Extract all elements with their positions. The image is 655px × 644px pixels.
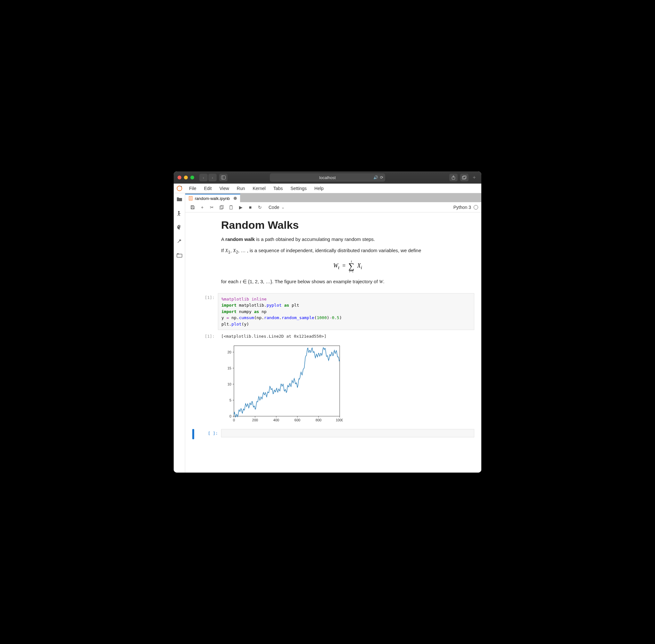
palette-icon[interactable] [176,223,183,231]
active-cell-indicator [192,429,194,439]
menu-file[interactable]: File [185,186,200,191]
svg-rect-13 [177,253,179,254]
add-cell-button[interactable]: + [198,204,206,211]
kernel-indicator[interactable]: Python 3 [453,205,478,210]
notebook-toolbar: + ✂ ▶ ■ ↻ Code Python 3 [185,202,481,212]
svg-text:800: 800 [316,418,321,422]
cut-button[interactable]: ✂ [208,204,216,211]
md-paragraph-1: A random walk is a path obtained by accu… [221,236,474,243]
jupyter-menubar: FileEditViewRunKernelTabsSettingsHelp [174,184,481,193]
svg-text:200: 200 [252,418,258,422]
audio-icon[interactable]: 🔊 [373,175,378,180]
output-cell-1-plot: 0200400600800100005101520 [192,343,474,427]
new-tab-button[interactable]: + [471,174,477,181]
svg-point-8 [178,211,179,213]
svg-text:0: 0 [229,414,231,418]
plot-output: 0200400600800100005101520 [218,343,474,427]
folder-icon[interactable] [176,195,183,203]
copy-button[interactable] [217,204,226,211]
markdown-cell[interactable]: Random Walks A random walk is a path obt… [192,219,474,293]
tabs-button[interactable] [460,174,469,181]
address-text: localhost [319,175,336,180]
menu-view[interactable]: View [216,186,233,191]
notebook-icon [188,196,193,201]
input-prompt: [1]: [192,293,218,330]
svg-rect-0 [221,176,226,179]
restart-button[interactable]: ↻ [256,204,264,211]
kernel-status-icon [474,205,478,210]
empty-code-cell[interactable]: [ ]: [192,429,474,439]
svg-text:5: 5 [229,398,231,402]
tabs-icon[interactable] [176,252,183,259]
svg-text:0: 0 [233,418,235,422]
menu-edit[interactable]: Edit [200,186,216,191]
traffic-lights [178,176,194,179]
svg-text:20: 20 [227,350,231,354]
svg-rect-12 [177,254,182,257]
menu-settings[interactable]: Settings [287,186,311,191]
browser-window: ‹ › localhost 🔊 ⟳ + FileEditViewRun [174,171,481,473]
output-prompt: [1]: [192,332,218,341]
celltype-select[interactable]: Code [267,204,286,210]
save-button[interactable] [188,204,197,211]
address-bar[interactable]: localhost 🔊 ⟳ [270,173,385,182]
svg-point-9 [178,226,179,227]
tab-row: random-walk.ipynb [185,193,481,202]
svg-rect-22 [230,206,232,209]
svg-text:10: 10 [227,382,231,386]
wrench-icon[interactable] [176,237,183,245]
input-prompt-empty: [ ]: [196,429,221,437]
code-input[interactable]: %matplotlib inline import matplotlib.pyp… [218,293,474,330]
code-input-empty[interactable] [221,429,474,437]
svg-point-11 [180,226,180,227]
sidebar-toggle-button[interactable] [219,174,227,181]
running-icon[interactable] [176,209,183,217]
svg-text:15: 15 [227,366,231,370]
left-sidebar [174,193,185,473]
notebook-panel[interactable]: Random Walks A random walk is a path obt… [185,212,481,473]
main-area: random-walk.ipynb + ✂ ▶ ■ ↻ Code [185,193,481,473]
reload-icon[interactable]: ⟳ [380,175,383,180]
svg-rect-4 [462,177,466,179]
menu-kernel[interactable]: Kernel [249,186,269,191]
equation: Wt = t ∑ i=1 Xi [221,259,474,273]
kernel-name: Python 3 [453,205,471,210]
svg-point-7 [181,186,182,187]
paste-button[interactable] [227,204,235,211]
svg-text:400: 400 [273,418,279,422]
output-cell-1-text: [1]: [<matplotlib.lines.Line2D at 0x121e… [192,332,474,341]
nav-arrows: ‹ › [199,174,217,181]
svg-rect-23 [230,205,232,206]
svg-text:1000: 1000 [336,418,343,422]
svg-text:600: 600 [294,418,300,422]
notebook-tab[interactable]: random-walk.ipynb [185,194,240,202]
forward-button[interactable]: › [208,174,217,181]
code-cell-1[interactable]: [1]: %matplotlib inline import matplotli… [192,293,474,330]
minimize-window-button[interactable] [184,176,188,179]
stop-button[interactable]: ■ [246,204,254,211]
menu-help[interactable]: Help [311,186,328,191]
close-window-button[interactable] [178,176,181,179]
svg-point-10 [179,226,179,226]
svg-rect-5 [463,176,466,179]
output-text: [<matplotlib.lines.Line2D at 0x121ead550… [218,332,474,341]
maximize-window-button[interactable] [190,176,194,179]
titlebar: ‹ › localhost 🔊 ⟳ + [174,171,481,184]
tab-label: random-walk.ipynb [195,196,230,201]
svg-rect-24 [234,346,340,416]
svg-rect-18 [191,206,193,207]
run-button[interactable]: ▶ [236,204,245,211]
page-title: Random Walks [221,219,474,231]
menu-run[interactable]: Run [233,186,249,191]
back-button[interactable]: ‹ [199,174,208,181]
md-paragraph-3: for each t ∈ {1, 2, 3, …}. The figure be… [221,278,474,285]
md-paragraph-2: If X1, X2, … , is a sequence of independ… [221,247,474,255]
share-button[interactable] [449,174,458,181]
menu-tabs[interactable]: Tabs [270,186,287,191]
jupyter-logo [174,185,185,191]
unsaved-dot-icon [233,197,237,200]
